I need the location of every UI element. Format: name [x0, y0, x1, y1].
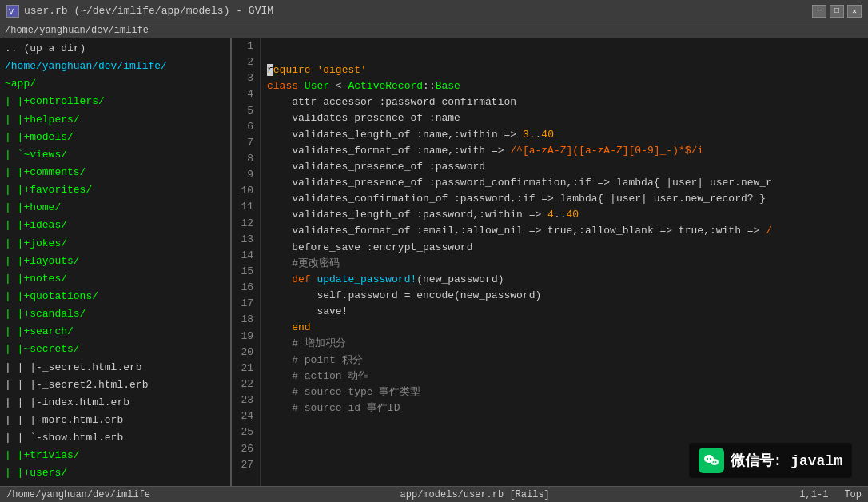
code-line: validates_presence_of :password_confirma…	[267, 175, 862, 191]
tree-item[interactable]: | |+quotations/	[0, 288, 230, 305]
code-line: validates_format_of :email,:allow_nil =>…	[267, 223, 862, 239]
line-number: 21	[238, 361, 253, 376]
tree-item[interactable]: | |+trivias/	[0, 447, 230, 464]
tree-item[interactable]: | |+notes/	[0, 270, 230, 288]
status-bottom: /home/yanghuan/dev/imlife app/models/use…	[0, 486, 868, 502]
code-line: end	[267, 320, 862, 336]
line-number: 4	[238, 86, 253, 102]
line-number: 14	[238, 248, 253, 264]
code-line: attr_accessor :password_confirmation	[267, 94, 862, 110]
tree-item[interactable]: | |+helpers/	[0, 111, 230, 129]
tree-item[interactable]: | |+controllers/	[0, 93, 230, 110]
tree-item[interactable]: | |+search/	[0, 323, 230, 341]
window-controls[interactable]: ─ □ ✕	[812, 5, 862, 18]
tree-item[interactable]: | `~views/	[0, 146, 230, 164]
line-number: 5	[238, 103, 253, 119]
code-line: validates_format_of :name,:with => /^[a-…	[267, 143, 862, 159]
tree-item[interactable]: | |+comments/	[0, 164, 230, 181]
svg-point-7	[715, 461, 716, 463]
tree-item[interactable]: | | |-_message.html.erb	[0, 483, 230, 486]
code-line: # source_type 事件类型	[267, 384, 862, 400]
code-lines: require 'digest'class User < ActiveRecor…	[261, 38, 868, 486]
tree-item[interactable]: | |+layouts/	[0, 253, 230, 270]
tree-item[interactable]: | | `-show.html.erb	[0, 429, 230, 447]
code-line: validates_length_of :name,:within => 3..…	[267, 127, 862, 143]
code-content: 1234567891011121314151617181920212223242…	[232, 38, 868, 486]
line-number: 7	[238, 135, 253, 151]
cursor-position: 1,1-1	[799, 489, 828, 500]
line-number: 9	[238, 167, 253, 183]
status-bottom-right: 1,1-1 Top	[799, 489, 862, 500]
code-editor[interactable]: 1234567891011121314151617181920212223242…	[232, 38, 868, 486]
line-number: 26	[238, 441, 253, 457]
maximize-button[interactable]: □	[830, 5, 844, 18]
code-line: save!	[267, 304, 862, 320]
code-line: validates_confirmation_of :password,:if …	[267, 191, 862, 207]
code-line: def update_password!(new_password)	[267, 272, 862, 288]
code-line: before_save :encrypt_password	[267, 240, 862, 256]
code-line: class User < ActiveRecord::Base	[267, 78, 862, 94]
code-line: self.password = encode(new_password)	[267, 288, 862, 304]
svg-point-5	[709, 458, 711, 460]
code-line: require 'digest'	[267, 62, 862, 78]
code-line: validates_length_of :password,:within =>…	[267, 207, 862, 223]
status-top-path: /home/yanghuan/dev/imlife	[5, 25, 149, 36]
status-bottom-left: /home/yanghuan/dev/imlife	[6, 489, 150, 500]
tree-item[interactable]: | |+jokes/	[0, 235, 230, 253]
tree-item[interactable]: | | |-more.html.erb	[0, 412, 230, 429]
tree-item[interactable]: | |+ideas/	[0, 217, 230, 234]
watermark-text: 微信号: javalm	[731, 451, 842, 470]
code-line: # action 动作	[267, 369, 862, 384]
close-button[interactable]: ✕	[847, 5, 862, 18]
tree-item[interactable]: .. (up a dir)	[0, 40, 230, 58]
line-numbers: 1234567891011121314151617181920212223242…	[232, 38, 261, 486]
svg-text:V: V	[9, 8, 14, 17]
minimize-button[interactable]: ─	[812, 5, 826, 18]
code-line: validates_presence_of :name	[267, 110, 862, 126]
tree-item[interactable]: | |~secrets/	[0, 341, 230, 358]
main-container: .. (up a dir)/home/yanghuan/dev/imlife/~…	[0, 38, 868, 486]
line-number: 16	[238, 280, 253, 296]
line-number: 6	[238, 119, 253, 135]
line-number: 27	[238, 457, 253, 473]
tree-item[interactable]: | |+scandals/	[0, 305, 230, 323]
tree-item[interactable]: | |+models/	[0, 129, 230, 146]
code-line: # source_id 事件ID	[267, 400, 862, 416]
status-top: /home/yanghuan/dev/imlife	[0, 22, 868, 38]
svg-point-3	[711, 459, 719, 465]
line-number: 25	[238, 424, 253, 440]
tree-item[interactable]: | |+home/	[0, 199, 230, 217]
line-number: 12	[238, 216, 253, 232]
line-number: 2	[238, 54, 253, 70]
line-number: 13	[238, 232, 253, 248]
title-bar-left: V user.rb (~/dev/imlife/app/models) - GV…	[6, 5, 273, 18]
watermark: 微信号: javalm	[689, 443, 852, 478]
line-number: 18	[238, 312, 253, 328]
code-line: # 增加积分	[267, 336, 862, 352]
line-number: 23	[238, 392, 253, 408]
code-line: validates_presence_of :password	[267, 159, 862, 175]
svg-point-4	[706, 458, 707, 460]
wechat-icon	[699, 448, 724, 473]
tree-item[interactable]: | | |-_secret.html.erb	[0, 359, 230, 376]
window-title: user.rb (~/dev/imlife/app/models) - GVIM	[24, 5, 273, 17]
app-icon: V	[6, 5, 19, 18]
line-number: 19	[238, 329, 253, 345]
line-number: 8	[238, 151, 253, 167]
status-bottom-mid: app/models/user.rb [Rails]	[400, 489, 550, 500]
tree-item[interactable]: ~app/	[0, 75, 230, 93]
tree-item[interactable]: | | |-index.html.erb	[0, 394, 230, 412]
tree-item[interactable]: /home/yanghuan/dev/imlife/	[0, 58, 230, 75]
line-number: 1	[238, 38, 253, 54]
tree-item[interactable]: | |+users/	[0, 464, 230, 482]
title-bar: V user.rb (~/dev/imlife/app/models) - GV…	[0, 0, 868, 22]
tree-item[interactable]: | |+favorites/	[0, 181, 230, 199]
tree-item[interactable]: | | |-_secret2.html.erb	[0, 376, 230, 394]
line-number: 22	[238, 376, 253, 392]
file-tree[interactable]: .. (up a dir)/home/yanghuan/dev/imlife/~…	[0, 38, 232, 486]
code-line: #更改密码	[267, 256, 862, 272]
line-number: 17	[238, 296, 253, 312]
line-number: 24	[238, 408, 253, 424]
line-number: 3	[238, 70, 253, 86]
scroll-position: Top	[844, 489, 862, 500]
